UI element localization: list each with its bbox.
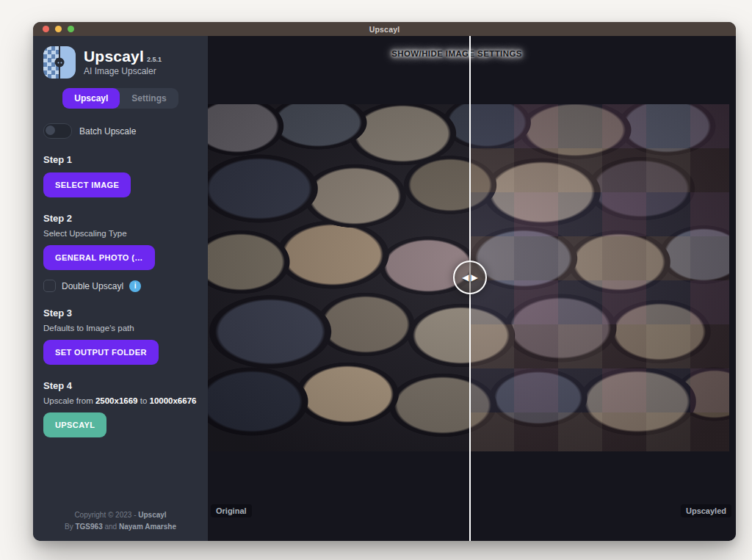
app-window: Upscayl Upscayl2.5.1 AI Image Upscaler U… (33, 22, 736, 541)
upscaling-type-dropdown[interactable]: GENERAL PHOTO (… (43, 245, 155, 270)
to-text: to (138, 396, 150, 405)
select-image-button[interactable]: SELECT IMAGE (43, 172, 131, 197)
upscayl-button[interactable]: UPSCAYL (43, 412, 106, 437)
upscale-from-text: Upscale from (43, 396, 95, 405)
slider-left-arrow-icon: ◀ (462, 273, 469, 282)
target-resolution: 10000x6676 (149, 396, 196, 405)
upscaled-tile-artifacts (470, 104, 729, 451)
image-comparison-viewer: SHOW/HIDE IMAGE SETTINGS ◀ ▶ Original Up… (208, 36, 736, 541)
copyright-line: Copyright © 2023 - Upscayl (33, 509, 208, 521)
step2-title: Step 2 (43, 213, 199, 224)
step1-title: Step 1 (43, 154, 199, 165)
info-icon[interactable]: i (129, 280, 141, 292)
double-upscayl-checkbox[interactable] (43, 280, 56, 292)
set-output-folder-button[interactable]: SET OUTPUT FOLDER (43, 340, 159, 365)
original-label: Original (211, 504, 252, 517)
sidebar-footer: Copyright © 2023 - Upscayl By TGS963 and… (33, 509, 208, 532)
main-content: Upscayl2.5.1 AI Image Upscaler Upscayl S… (33, 36, 736, 541)
app-title-block: Upscayl2.5.1 AI Image Upscaler (84, 48, 162, 76)
batch-upscale-label: Batch Upscale (79, 126, 136, 137)
tab-upscayl[interactable]: Upscayl (62, 88, 120, 109)
step2-subtitle: Select Upscaling Type (43, 229, 199, 238)
toggle-knob (46, 126, 55, 135)
logo-slider-knob (55, 58, 65, 68)
source-resolution: 2500x1669 (95, 396, 138, 405)
app-tagline: AI Image Upscaler (84, 67, 162, 76)
show-hide-image-settings-button[interactable]: SHOW/HIDE IMAGE SETTINGS (391, 49, 522, 58)
title-bar: Upscayl (33, 22, 736, 36)
step4-title: Step 4 (43, 380, 199, 391)
tab-settings[interactable]: Settings (120, 88, 178, 109)
step3-subtitle: Defaults to Image's path (43, 324, 199, 332)
app-header: Upscayl2.5.1 AI Image Upscaler (43, 46, 199, 79)
sidebar-tabs: Upscayl Settings (62, 88, 178, 109)
step4-subtitle: Upscale from 2500x1669 to 10000x6676 (43, 396, 199, 405)
authors-line: By TGS963 and Nayam Amarshe (33, 521, 208, 533)
app-version: 2.5.1 (147, 56, 162, 63)
double-upscayl-row: Double Upscayl i (43, 280, 199, 292)
slider-right-arrow-icon: ▶ (471, 273, 478, 282)
batch-upscale-toggle[interactable] (43, 123, 72, 139)
sidebar: Upscayl2.5.1 AI Image Upscaler Upscayl S… (33, 36, 208, 541)
upscayl-logo-icon (43, 46, 76, 79)
step3-title: Step 3 (43, 308, 199, 319)
upscayled-label: Upscayled (681, 504, 731, 517)
batch-upscale-row: Batch Upscale (43, 123, 199, 139)
comparison-slider-handle[interactable]: ◀ ▶ (453, 261, 487, 294)
app-name: Upscayl (84, 48, 144, 65)
double-upscayl-label: Double Upscayl (62, 281, 123, 291)
window-title: Upscayl (33, 25, 736, 34)
